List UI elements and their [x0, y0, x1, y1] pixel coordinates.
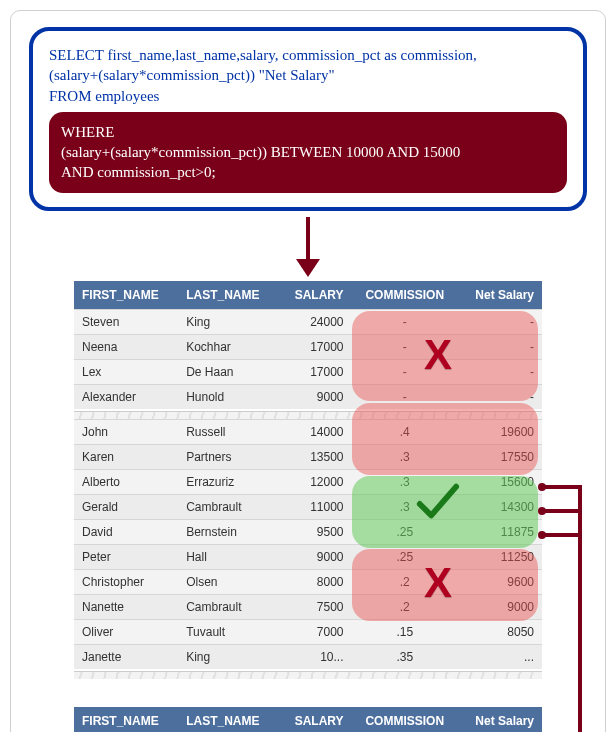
cell-fn: Gerald: [74, 494, 178, 519]
cell-net: 11250: [458, 544, 542, 569]
cell-comm: .25: [352, 519, 458, 544]
table-row: JanetteKing10....35...: [74, 644, 542, 669]
cell-fn: Steven: [74, 309, 178, 334]
table-row: NeenaKochhar17000--: [74, 334, 542, 359]
col-last-name: LAST_NAME: [178, 707, 278, 733]
col-salary: SALARY: [279, 707, 352, 733]
cell-fn: Peter: [74, 544, 178, 569]
cell-fn: Alberto: [74, 469, 178, 494]
diagram-frame: SELECT first_name,last_name,salary, comm…: [10, 10, 606, 732]
cell-comm: .3: [352, 494, 458, 519]
cell-ln: Tuvault: [178, 619, 278, 644]
cell-ln: Errazuriz: [178, 469, 278, 494]
cell-comm: .25: [352, 544, 458, 569]
col-first-name: FIRST_NAME: [74, 281, 178, 310]
cell-ln: Partners: [178, 444, 278, 469]
sql-line-2: (salary+(salary*commission_pct)) "Net Sa…: [49, 65, 567, 85]
sql-where-line-2: (salary+(salary*commission_pct)) BETWEEN…: [61, 142, 555, 162]
cell-comm: -: [352, 359, 458, 384]
cell-ln: Cambrault: [178, 494, 278, 519]
col-net-salary: Net Salary: [458, 281, 542, 310]
col-last-name: LAST_NAME: [178, 281, 278, 310]
torn-divider: [74, 409, 542, 420]
cell-fn: Janette: [74, 644, 178, 669]
cell-comm: .3: [352, 469, 458, 494]
cell-ln: Bernstein: [178, 519, 278, 544]
cell-comm: -: [352, 309, 458, 334]
table-row: GeraldCambrault11000.314300: [74, 494, 542, 519]
cell-fn: Christopher: [74, 569, 178, 594]
table-row: PeterHall9000.2511250: [74, 544, 542, 569]
cell-sal: 12000: [279, 469, 352, 494]
cell-fn: Neena: [74, 334, 178, 359]
cell-sal: 10...: [279, 644, 352, 669]
cell-sal: 8000: [279, 569, 352, 594]
table-row: ChristopherOlsen8000.29600: [74, 569, 542, 594]
cell-fn: John: [74, 419, 178, 444]
cell-net: 8050: [458, 619, 542, 644]
col-first-name: FIRST_NAME: [74, 707, 178, 733]
cell-ln: Hall: [178, 544, 278, 569]
cell-comm: .3: [352, 444, 458, 469]
cell-net: 15600: [458, 469, 542, 494]
table-row: KarenPartners13500.317550: [74, 444, 542, 469]
result-table-wrap: FIRST_NAME LAST_NAME SALARY COMMISSION N…: [74, 707, 542, 733]
cell-ln: Olsen: [178, 569, 278, 594]
cell-net: 9600: [458, 569, 542, 594]
cell-ln: Hunold: [178, 384, 278, 409]
col-commission: COMMISSION: [352, 707, 458, 733]
cell-comm: .15: [352, 619, 458, 644]
cell-ln: Kochhar: [178, 334, 278, 359]
cell-net: -: [458, 359, 542, 384]
cell-comm: .35: [352, 644, 458, 669]
col-net-salary: Net Salary: [458, 707, 542, 733]
table-row: OliverTuvault7000.158050: [74, 619, 542, 644]
cell-sal: 14000: [279, 419, 352, 444]
cell-net: 14300: [458, 494, 542, 519]
col-commission: COMMISSION: [352, 281, 458, 310]
table-row: StevenKing24000--: [74, 309, 542, 334]
cell-ln: Russell: [178, 419, 278, 444]
cell-fn: Nanette: [74, 594, 178, 619]
cell-ln: De Haan: [178, 359, 278, 384]
cell-comm: .4: [352, 419, 458, 444]
table-row: DavidBernstein9500.2511875: [74, 519, 542, 544]
cell-fn: David: [74, 519, 178, 544]
cell-fn: Karen: [74, 444, 178, 469]
cell-net: 9000: [458, 594, 542, 619]
cell-comm: .2: [352, 594, 458, 619]
table-row: AlbertoErrazuriz12000.315600: [74, 469, 542, 494]
table-row: JohnRussell14000.419600: [74, 419, 542, 444]
cell-comm: .2: [352, 569, 458, 594]
cell-sal: 17000: [279, 359, 352, 384]
cell-ln: Cambrault: [178, 594, 278, 619]
cell-sal: 9500: [279, 519, 352, 544]
sql-where-line-1: WHERE: [61, 122, 555, 142]
torn-divider: [74, 669, 542, 679]
cell-comm: -: [352, 334, 458, 359]
table-row: NanetteCambrault7500.29000: [74, 594, 542, 619]
cell-net: 17550: [458, 444, 542, 469]
sql-where-clause: WHERE (salary+(salary*commission_pct)) B…: [49, 112, 567, 193]
cell-sal: 7000: [279, 619, 352, 644]
result-table: FIRST_NAME LAST_NAME SALARY COMMISSION N…: [74, 707, 542, 733]
table-row: AlexanderHunold9000--: [74, 384, 542, 409]
cell-sal: 13500: [279, 444, 352, 469]
cell-fn: Lex: [74, 359, 178, 384]
sql-where-line-3: AND commission_pct>0;: [61, 162, 555, 182]
sql-query-block: SELECT first_name,last_name,salary, comm…: [29, 27, 587, 211]
cell-sal: 9000: [279, 384, 352, 409]
table-row: LexDe Haan17000--: [74, 359, 542, 384]
cell-net: -: [458, 334, 542, 359]
arrow-down-icon: [29, 217, 587, 277]
cell-ln: King: [178, 309, 278, 334]
cell-net: -: [458, 384, 542, 409]
cell-net: 19600: [458, 419, 542, 444]
col-salary: SALARY: [279, 281, 352, 310]
source-table-wrap: FIRST_NAME LAST_NAME SALARY COMMISSION N…: [74, 281, 542, 679]
cell-net: -: [458, 309, 542, 334]
cell-net: 11875: [458, 519, 542, 544]
sql-line-1: SELECT first_name,last_name,salary, comm…: [49, 45, 567, 65]
sql-line-3: FROM employees: [49, 86, 567, 106]
cell-fn: Alexander: [74, 384, 178, 409]
